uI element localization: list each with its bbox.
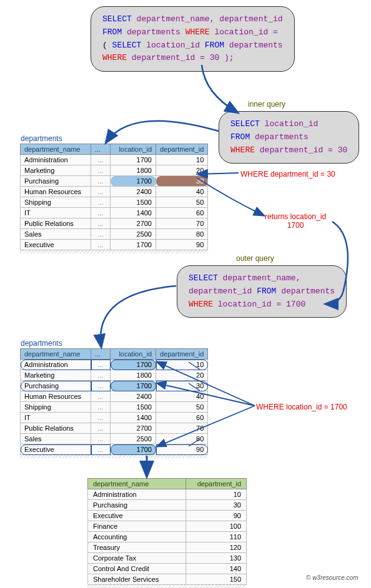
table-row: Executive...170090 [21, 444, 208, 455]
sql-col: location_id [146, 41, 205, 50]
table-row: Marketing...180020 [21, 370, 208, 381]
table-row: Purchasing...170030 [21, 176, 208, 187]
kw-from: FROM [230, 132, 255, 142]
table-row: Executive...170090 [21, 240, 208, 250]
sql-table: departments [229, 41, 283, 50]
inner-sql-box: SELECT location_id FROM departments WHER… [219, 111, 359, 164]
outer-sql-box: SELECT department_name, department_id FR… [177, 265, 347, 318]
sql-cond: department_id = 30 ); [132, 53, 234, 62]
table-row: Public Relations...270070 [21, 218, 208, 229]
kw-where: WHERE [189, 300, 218, 309]
table-row: IT...140060 [21, 413, 208, 423]
kw-from: FROM [102, 27, 127, 37]
th-loc: location_id [111, 144, 156, 155]
table-row: Shipping...150050 [21, 197, 208, 208]
returns-value: 1700 [287, 221, 304, 230]
table-row: Sales...250080 [21, 229, 208, 240]
inner-query-label: inner query [248, 100, 285, 109]
th-dots: ... [91, 144, 111, 155]
kw-select: SELECT [230, 119, 265, 129]
table-row: Shipping...150050 [21, 402, 208, 413]
table-row: Sales...250080 [21, 434, 208, 444]
th-name: department_name [21, 144, 91, 155]
th-name: department_name [21, 349, 91, 360]
returns-label: returns location_id [265, 212, 326, 221]
table-row: Purchasing30 [88, 500, 247, 511]
table-row: Control And Credit140 [88, 564, 247, 574]
sql-col: department_id [189, 287, 257, 296]
th-dept: department_id [156, 144, 208, 155]
departments-table-1: department_name ... location_id departme… [20, 144, 208, 250]
table-row: Executive90 [88, 511, 247, 521]
table-row: Human Resources...240040 [21, 187, 208, 197]
inner-where-annotation: WHERE department_id = 30 [240, 170, 335, 179]
table-row: Purchasing...170030 [21, 381, 208, 391]
table-row: Administration10 [88, 489, 247, 500]
kw-where: WHERE [186, 27, 215, 37]
sql-col: department_name, [223, 273, 301, 283]
kw-select: SELECT [112, 41, 147, 50]
table-row: Corporate Tax130 [88, 553, 247, 564]
table-row: Public Relations...270070 [21, 423, 208, 434]
outer-where-annotation: WHERE location_id = 1700 [256, 403, 347, 411]
result-table: department_name department_id Administra… [87, 478, 247, 585]
table-row: Treasury120 [88, 542, 247, 553]
diagram-root: SELECT department_name, department_id FR… [6, 6, 365, 587]
kw-where: WHERE [102, 53, 132, 62]
table-row: Accounting110 [88, 532, 247, 542]
table-row: Finance100 [88, 521, 247, 532]
kw-select: SELECT [189, 273, 223, 283]
departments-table-2: department_name ... location_id departme… [20, 348, 208, 455]
departments-label-1: departments [21, 134, 62, 143]
departments-label-2: departments [21, 339, 62, 348]
kw-select: SELECT [102, 14, 137, 24]
sql-table: departments [281, 287, 335, 296]
th-dept: department_id [156, 349, 208, 360]
sql-table: departments [255, 132, 309, 142]
paren-open: ( [102, 41, 112, 50]
kw-from: FROM [205, 41, 229, 50]
th-loc: location_id [111, 349, 156, 360]
outer-query-label: outer query [236, 254, 274, 263]
sql-columns: department_name, department_id [137, 14, 283, 24]
table-row: Marketing...180020 [21, 165, 208, 176]
table-row: Shareholder Services150 [88, 574, 247, 585]
sql-cond: department_id = 30 [260, 145, 347, 155]
sql-cond: location_id = 1700 [218, 300, 305, 309]
th-dept: department_id [186, 479, 247, 489]
table-row: Human Resources...240040 [21, 391, 208, 402]
table-row: Administration...170010 [21, 360, 208, 370]
credit-text: © w3resource.com [306, 574, 359, 581]
kw-from: FROM [257, 287, 281, 296]
sql-table: departments [127, 27, 186, 37]
sql-cond: location_id = [214, 27, 277, 37]
table-row: IT...140060 [21, 208, 208, 218]
th-name: department_name [88, 479, 186, 489]
table-row: Administration...170010 [21, 155, 208, 165]
sql-col: location_id [265, 119, 319, 129]
th-dots: ... [91, 349, 111, 360]
kw-where: WHERE [230, 145, 260, 155]
top-sql-box: SELECT department_name, department_id FR… [91, 6, 295, 72]
